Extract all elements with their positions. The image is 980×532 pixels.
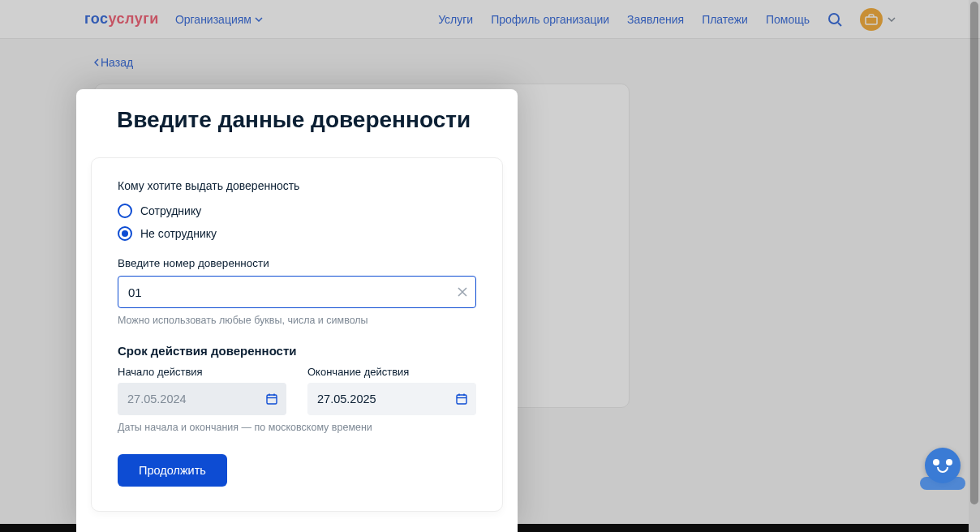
scrollbar-thumb[interactable] [970, 2, 978, 504]
radio-employee[interactable]: Сотруднику [118, 204, 476, 218]
dates-hint: Даты начала и окончания — по московскому… [118, 422, 476, 433]
profile-menu[interactable] [860, 8, 896, 31]
who-label: Кому хотите выдать доверенность [118, 179, 476, 192]
scrollbar[interactable] [969, 0, 980, 532]
app-header: госуслуги Организациям Услуги Профиль ор… [0, 0, 980, 39]
back-link[interactable]: Назад [94, 56, 133, 69]
search-button[interactable] [827, 12, 842, 27]
radio-employee-label: Сотруднику [140, 204, 201, 217]
radio-non-employee[interactable]: Не сотруднику [118, 226, 476, 241]
start-date-label: Начало действия [118, 366, 286, 378]
chevron-left-icon [94, 58, 99, 66]
modal-sheet: Введите данные доверенности Кому хотите … [76, 89, 518, 532]
main-nav: Услуги Профиль организации Заявления Пла… [438, 8, 896, 31]
radio-non-employee-label: Не сотруднику [140, 227, 217, 240]
chevron-down-icon [888, 17, 896, 22]
search-icon [827, 12, 842, 27]
close-icon [457, 286, 468, 298]
calendar-icon [265, 393, 278, 405]
validity-heading: Срок действия доверенности [118, 344, 476, 358]
form-panel: Кому хотите выдать доверенность Сотрудни… [91, 157, 503, 512]
org-selector[interactable]: Организациям [175, 13, 263, 26]
nav-payments[interactable]: Платежи [702, 13, 748, 26]
nav-profile[interactable]: Профиль организации [491, 13, 609, 26]
radio-icon-checked [118, 226, 132, 241]
nav-services[interactable]: Услуги [438, 13, 473, 26]
start-date-field: 27.05.2024 [118, 383, 286, 415]
org-selector-label: Организациям [175, 13, 251, 26]
svg-point-0 [829, 14, 839, 24]
number-label: Введите номер доверенности [118, 257, 476, 269]
continue-button[interactable]: Продолжить [118, 454, 227, 487]
nav-applications[interactable]: Заявления [627, 13, 684, 26]
nav-help[interactable]: Помощь [766, 13, 810, 26]
end-date-value: 27.05.2025 [317, 393, 376, 405]
chevron-down-icon [255, 17, 263, 22]
briefcase-icon [865, 14, 878, 25]
chat-bot-button[interactable] [925, 448, 961, 483]
back-label: Назад [101, 56, 133, 69]
svg-line-1 [838, 23, 841, 26]
radio-icon-unchecked [118, 204, 132, 218]
logo[interactable]: госуслуги [84, 11, 159, 28]
clear-input-button[interactable] [457, 286, 468, 298]
end-date-label: Окончание действия [307, 366, 476, 378]
sheet-bottom-edge [76, 524, 518, 532]
end-date-field[interactable]: 27.05.2025 [307, 383, 476, 415]
start-date-value: 27.05.2024 [127, 393, 187, 405]
svg-rect-3 [267, 395, 277, 404]
calendar-icon[interactable] [455, 393, 468, 405]
number-input[interactable] [118, 276, 476, 308]
svg-rect-7 [457, 395, 466, 404]
number-hint: Можно использовать любые буквы, числа и … [118, 315, 476, 326]
avatar [860, 8, 883, 31]
bot-icon [925, 448, 961, 483]
page-title: Введите данные доверенности [76, 89, 518, 143]
svg-rect-2 [866, 17, 877, 24]
